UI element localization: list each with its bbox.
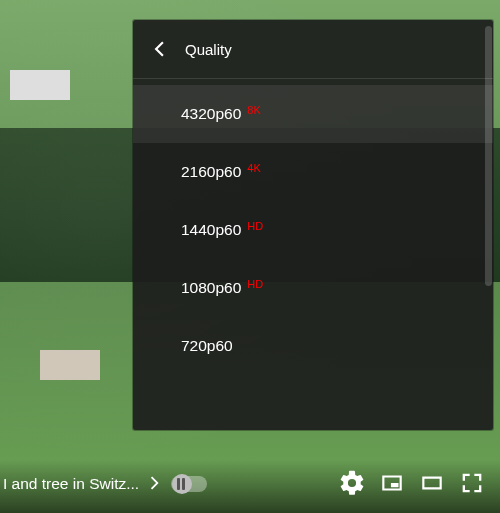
- quality-option-label: 1440p60: [181, 221, 241, 239]
- quality-option[interactable]: 1440p60HD: [133, 201, 493, 259]
- quality-option-badge: HD: [247, 278, 263, 290]
- quality-option-badge: 8K: [247, 104, 260, 116]
- quality-menu-back[interactable]: Quality: [133, 20, 493, 79]
- chevron-right-icon: [143, 472, 165, 497]
- quality-option[interactable]: 1080p60HD: [133, 259, 493, 317]
- menu-scrollbar[interactable]: [485, 26, 492, 286]
- theater-icon: [419, 470, 445, 499]
- miniplayer-button[interactable]: [372, 466, 412, 502]
- fullscreen-icon: [458, 469, 486, 500]
- chapter-title: I and tree in Switz...: [3, 475, 139, 493]
- miniplayer-icon: [379, 470, 405, 499]
- quality-option-list: 4320p608K2160p604K1440p60HD1080p60HD720p…: [133, 79, 493, 375]
- quality-menu: Quality 4320p608K2160p604K1440p60HD1080p…: [133, 20, 493, 430]
- pause-icon: [177, 478, 185, 490]
- quality-option-badge: HD: [247, 220, 263, 232]
- quality-menu-title: Quality: [185, 41, 232, 58]
- quality-option-label: 720p60: [181, 337, 233, 355]
- player-controls: I and tree in Switz...: [0, 460, 500, 513]
- fullscreen-button[interactable]: [452, 466, 492, 502]
- quality-option-label: 4320p60: [181, 105, 241, 123]
- chevron-left-icon: [147, 36, 173, 62]
- quality-option[interactable]: 2160p604K: [133, 143, 493, 201]
- quality-option-label: 1080p60: [181, 279, 241, 297]
- theater-mode-button[interactable]: [412, 466, 452, 502]
- quality-option[interactable]: 4320p608K: [133, 85, 493, 143]
- quality-option[interactable]: 720p60: [133, 317, 493, 375]
- quality-option-badge: 4K: [247, 162, 260, 174]
- autoplay-toggle[interactable]: [171, 476, 207, 492]
- gear-icon: [338, 469, 366, 500]
- quality-option-label: 2160p60: [181, 163, 241, 181]
- next-chapter-button[interactable]: [139, 466, 169, 502]
- settings-button[interactable]: [332, 466, 372, 502]
